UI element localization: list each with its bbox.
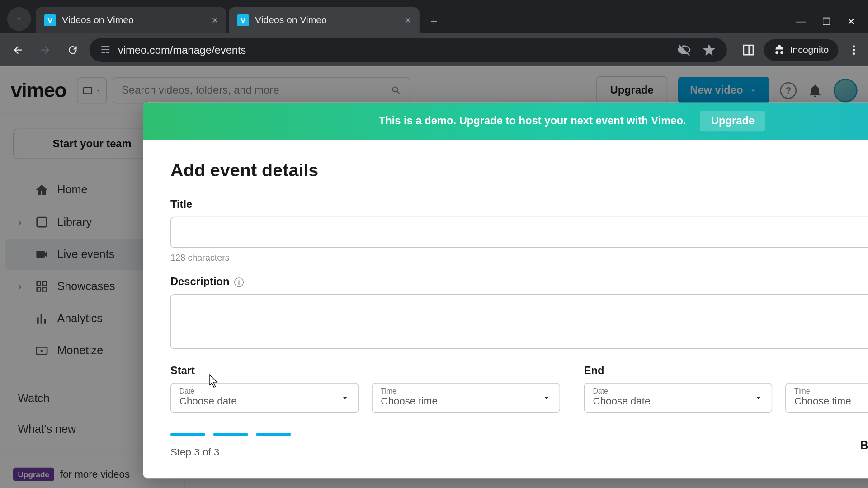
browser-titlebar: V Videos on Vimeo × V Videos on Vimeo × … [0, 0, 868, 33]
select-mini-label: Date [179, 387, 350, 395]
select-mini-label: Date [593, 387, 763, 395]
chevron-down-icon [754, 393, 763, 403]
demo-banner: This is a demo. Upgrade to host your nex… [143, 103, 868, 140]
start-date-select[interactable]: Date Choose date [170, 383, 359, 413]
end-label: End [584, 365, 868, 377]
site-settings-icon[interactable] [100, 45, 111, 56]
select-value: Choose time [794, 395, 868, 407]
incognito-label: Incognito [790, 45, 829, 56]
description-input[interactable] [170, 294, 868, 349]
select-value: Choose date [179, 395, 350, 407]
close-icon[interactable]: × [405, 14, 411, 27]
sidepanel-icon[interactable] [741, 43, 756, 57]
title-label: Title [170, 198, 868, 211]
modal-title: Add event details [170, 160, 868, 181]
new-tab-button[interactable]: + [422, 14, 446, 30]
end-date-select[interactable]: Date Choose date [584, 383, 772, 413]
start-label: Start [170, 365, 560, 377]
back-button[interactable]: Back [860, 439, 868, 452]
tab-title: Videos on Vimeo [255, 15, 327, 26]
reload-button[interactable] [62, 39, 83, 61]
incognito-badge[interactable]: Incognito [764, 39, 839, 61]
description-label: Description i [170, 276, 868, 288]
select-mini-label: Time [381, 387, 551, 395]
title-helper: 128 characters [170, 253, 868, 263]
modal-footer: Step 3 of 3 Back Create [143, 425, 868, 479]
close-window-icon[interactable]: ✕ [847, 16, 855, 28]
star-icon[interactable] [702, 43, 717, 57]
tab-search-button[interactable] [7, 7, 31, 31]
url-text: vimeo.com/manage/events [118, 44, 246, 56]
eye-off-icon[interactable] [677, 43, 691, 57]
end-time-select[interactable]: Time Choose time [785, 383, 868, 413]
close-icon[interactable]: × [212, 14, 218, 27]
event-modal: This is a demo. Upgrade to host your nex… [143, 103, 868, 479]
vimeo-favicon: V [44, 14, 56, 26]
kebab-menu-icon[interactable] [847, 43, 861, 57]
start-time-select[interactable]: Time Choose time [372, 383, 560, 413]
forward-button[interactable] [34, 39, 56, 61]
vimeo-favicon: V [237, 14, 249, 26]
select-mini-label: Time [794, 387, 868, 395]
browser-tab[interactable]: V Videos on Vimeo × [36, 7, 226, 33]
tab-title: Videos on Vimeo [62, 15, 134, 26]
page: vimeo Search videos, folders, and more U… [0, 67, 868, 488]
address-bar[interactable]: vimeo.com/manage/events [90, 38, 727, 62]
browser-toolbar: vimeo.com/manage/events Incognito [0, 33, 868, 67]
step-indicator [170, 433, 291, 436]
banner-text: This is a demo. Upgrade to host your nex… [379, 115, 686, 127]
back-button[interactable] [7, 39, 28, 61]
chevron-down-icon [542, 393, 551, 403]
select-value: Choose time [381, 395, 551, 407]
incognito-icon [774, 44, 785, 56]
minimize-icon[interactable]: — [796, 16, 806, 28]
step-text: Step 3 of 3 [170, 446, 291, 458]
cursor-icon [208, 374, 219, 389]
select-value: Choose date [593, 395, 763, 407]
chevron-down-icon [340, 393, 350, 403]
banner-upgrade-button[interactable]: Upgrade [700, 111, 765, 131]
browser-tab[interactable]: V Videos on Vimeo × [229, 7, 420, 33]
info-icon[interactable]: i [234, 277, 244, 287]
maximize-icon[interactable]: ❐ [822, 16, 830, 28]
title-input[interactable] [170, 217, 868, 248]
